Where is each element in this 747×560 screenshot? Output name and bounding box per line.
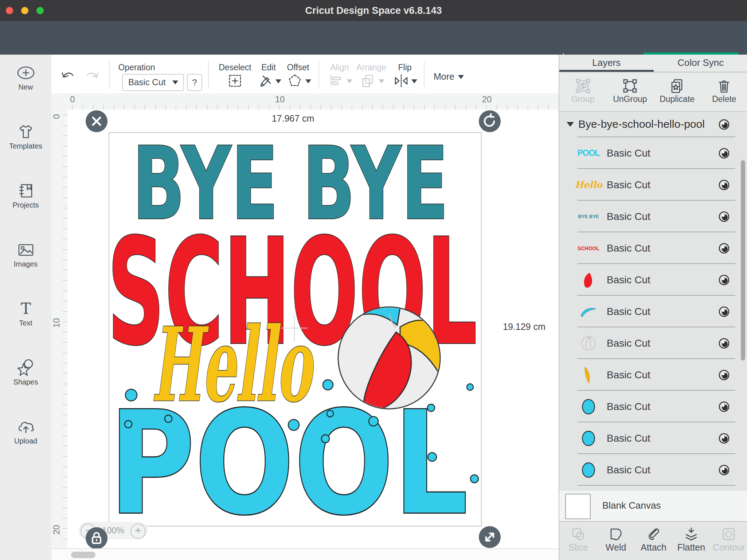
layer-row[interactable]: Basic Cut: [559, 296, 747, 327]
align-icon: [329, 74, 344, 90]
layer-row[interactable]: Basic Cut: [559, 422, 747, 454]
caret-down-icon[interactable]: [411, 79, 417, 83]
layer-thumbnail: POOL: [573, 137, 604, 169]
sidebar-item-images[interactable]: Images: [0, 240, 51, 291]
caret-down-icon: [347, 79, 352, 83]
edit-icon[interactable]: [258, 74, 273, 90]
sidebar-item-icon: [16, 240, 35, 259]
blank-canvas-row[interactable]: Blank Canvas: [559, 490, 747, 521]
layer-thumbnail: [573, 327, 604, 359]
sidebar-item-label: Templates: [9, 142, 42, 150]
layer-action-button[interactable]: UnGroup: [606, 72, 653, 111]
layer-thumbnail: [573, 264, 604, 296]
visibility-eye-icon[interactable]: [718, 242, 730, 255]
operation-dropdown[interactable]: Basic Cut: [122, 74, 184, 91]
sidebar-item-templates[interactable]: Templates: [0, 122, 51, 173]
layer-row[interactable]: POOL Basic Cut: [559, 137, 747, 169]
layer-tool-button[interactable]: Attach: [635, 522, 672, 560]
caret-down-icon[interactable]: [275, 79, 281, 83]
layer-thumbnail: SCHOOL: [573, 232, 604, 264]
layer-row[interactable]: SCHOOL Basic Cut: [559, 232, 747, 264]
visibility-eye-icon[interactable]: [718, 337, 730, 350]
layer-row[interactable]: Basic Cut: [559, 359, 747, 391]
sidebar-item-text[interactable]: T Text: [0, 299, 51, 350]
rotate-selection-handle[interactable]: [479, 110, 501, 132]
sidebar-item-label: Projects: [12, 201, 39, 209]
layer-row[interactable]: Basic Cut: [559, 486, 747, 490]
layer-tool-button[interactable]: Flatten: [672, 522, 710, 560]
toolbar-divider: [208, 61, 209, 89]
redo-icon[interactable]: [85, 68, 99, 84]
visibility-eye-icon[interactable]: [718, 305, 730, 318]
sidebar-item-upload[interactable]: Upload: [0, 417, 51, 468]
resize-selection-handle[interactable]: [479, 526, 501, 548]
caret-down-icon[interactable]: [458, 75, 464, 79]
offset-icon[interactable]: [288, 74, 302, 90]
visibility-eye-icon[interactable]: [718, 179, 730, 191]
layer-thumbnail: [573, 296, 604, 327]
toolbar-divider: [318, 61, 319, 89]
layer-row[interactable]: BYE BYE Basic Cut: [559, 201, 747, 232]
sidebar-item-new[interactable]: New: [0, 63, 51, 114]
layer-action-icon: [622, 78, 638, 94]
sidebar-item-icon: T: [16, 299, 35, 318]
zoom-in-button[interactable]: +: [130, 524, 146, 539]
visibility-eye-icon[interactable]: [718, 464, 730, 476]
sidebar-item-projects[interactable]: Projects: [0, 181, 51, 232]
ruler-number: 20: [51, 522, 62, 537]
ruler-ticks: [63, 105, 67, 560]
layer-row[interactable]: Hello Basic Cut: [559, 169, 747, 201]
design-canvas[interactable]: BYE BYE SCHOOL Hello POOL 17.967 cm 19.1…: [67, 110, 559, 560]
lock-aspect-handle[interactable]: [86, 527, 107, 549]
ruler-ticks: [62, 105, 559, 110]
layer-action-button[interactable]: Group: [559, 72, 606, 111]
caret-down-icon[interactable]: [305, 79, 311, 83]
layer-row[interactable]: Basic Cut: [559, 327, 747, 359]
layer-row[interactable]: Basic Cut: [559, 454, 747, 486]
layer-thumbnail: BYE BYE: [573, 201, 604, 232]
deselect-icon[interactable]: [228, 74, 242, 90]
visibility-eye-icon[interactable]: [718, 401, 730, 413]
visibility-eye-icon[interactable]: [718, 210, 730, 223]
sidebar-item-icon: [16, 63, 35, 82]
layer-row[interactable]: Basic Cut: [559, 264, 747, 296]
operation-help-button[interactable]: ?: [187, 74, 202, 91]
panel-tabs: Layers Color Sync: [559, 55, 747, 72]
delete-selection-handle[interactable]: [86, 110, 107, 132]
visibility-eye-icon[interactable]: [718, 274, 730, 286]
layer-operation-label: Basic Cut: [607, 338, 650, 349]
visibility-eye-icon[interactable]: [718, 147, 730, 159]
scrollbar-thumb[interactable]: [71, 552, 95, 558]
selection-bounding-box[interactable]: [109, 132, 482, 527]
layer-tool-button[interactable]: Contour: [710, 522, 747, 560]
layer-action-button[interactable]: Duplicate: [654, 72, 701, 111]
sidebar-item-shapes[interactable]: Shapes: [0, 358, 51, 409]
layer-group-header[interactable]: Bye-bye-school-hello-pool: [559, 112, 747, 137]
canvas-horizontal-scrollbar[interactable]: [51, 548, 559, 560]
layer-row[interactable]: Basic Cut: [559, 391, 747, 422]
layer-tool-label: Contour: [713, 542, 745, 552]
tab-layers[interactable]: Layers: [559, 55, 654, 72]
caret-down-icon: [379, 79, 384, 83]
layer-thumbnail: [573, 422, 604, 454]
visibility-eye-icon[interactable]: [718, 432, 730, 445]
left-sidebar: New Templates Projects Images T Text Sha…: [0, 55, 52, 560]
more-menu[interactable]: More: [434, 71, 454, 82]
visibility-eye-icon[interactable]: [718, 118, 730, 131]
undo-icon[interactable]: [61, 68, 75, 84]
selection-width-label: 17.967 cm: [202, 113, 384, 124]
layers-scrollbar-thumb[interactable]: [741, 160, 745, 360]
layer-action-label: UnGroup: [613, 94, 647, 104]
flip-icon[interactable]: [394, 74, 408, 90]
layer-operation-label: Basic Cut: [607, 274, 650, 286]
layer-thumbnail: [573, 391, 604, 422]
tab-color-sync[interactable]: Color Sync: [654, 55, 747, 72]
visibility-eye-icon[interactable]: [718, 369, 730, 381]
layer-operation-label: Basic Cut: [607, 211, 650, 222]
disclosure-triangle-icon[interactable]: [567, 122, 574, 127]
layer-action-button[interactable]: Delete: [701, 72, 747, 111]
layer-tool-button[interactable]: Slice: [559, 522, 597, 560]
operation-value: Basic Cut: [128, 77, 166, 87]
layer-tool-button[interactable]: Weld: [597, 522, 634, 560]
layer-tool-label: Flatten: [677, 542, 705, 552]
